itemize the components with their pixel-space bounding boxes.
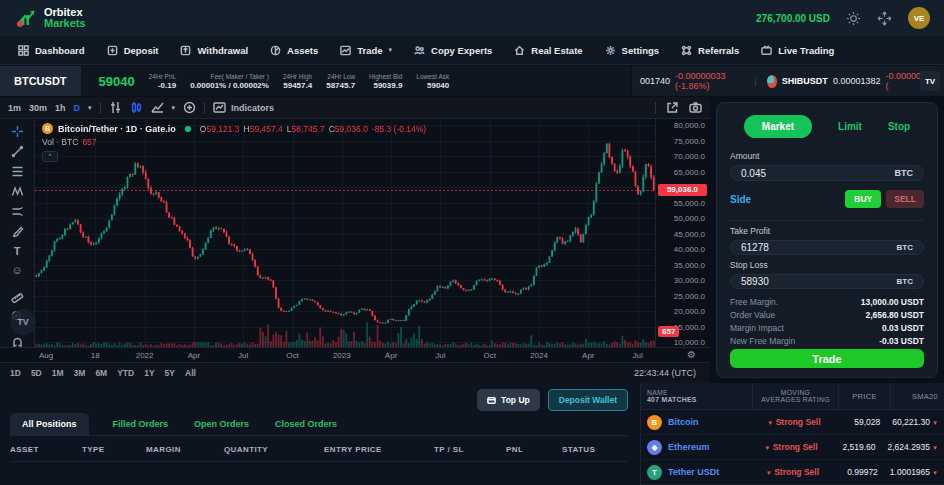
range-5d[interactable]: 5D (31, 368, 42, 378)
tab-filled-orders[interactable]: Filled Orders (111, 413, 171, 435)
withdrawal-icon (180, 45, 191, 56)
move-widgets-icon[interactable] (877, 11, 892, 26)
screener-row-bitcoin[interactable]: B Bitcoin ▼ Strong Sell 59,028 60,221.30… (641, 410, 944, 435)
nav-dashboard[interactable]: Dashboard (18, 45, 85, 56)
col-asset: ASSET (10, 445, 82, 454)
range-1y[interactable]: 1Y (144, 368, 154, 378)
projection-tool-icon[interactable] (9, 205, 25, 218)
nav-deposit[interactable]: Deposit (107, 45, 159, 56)
down-caret-icon: ▼ (932, 445, 938, 451)
toolbar-divider (204, 102, 205, 114)
tab-closed-orders[interactable]: Closed Orders (273, 413, 339, 435)
emoji-tool-icon[interactable]: ☺ (9, 264, 25, 276)
stop-loss-input[interactable] (741, 276, 897, 287)
axis-settings-gear-icon[interactable]: ⚙ (687, 349, 696, 360)
tab-open-orders[interactable]: Open Orders (192, 413, 251, 435)
add-symbol-icon[interactable] (183, 101, 196, 114)
chart-area: T ☺ B Bitcoin/Tether · 1D · Gate.io (0, 119, 710, 347)
range-1m[interactable]: 1M (52, 368, 64, 378)
tether-icon: T (647, 465, 662, 480)
nav-settings[interactable]: Settings (605, 45, 659, 56)
take-profit-input[interactable] (741, 242, 897, 253)
stat-label: Lowest Ask (416, 73, 449, 80)
tab-limit[interactable]: Limit (838, 121, 862, 132)
theme-toggle-icon[interactable] (846, 11, 861, 26)
toolbar-divider (100, 102, 101, 114)
style-chevron-icon[interactable]: ▾ (172, 104, 176, 112)
interval-chevron-icon[interactable]: ▾ (88, 104, 92, 112)
nav-withdrawal[interactable]: Withdrawal (180, 45, 248, 56)
fib-tool-icon[interactable] (9, 165, 25, 178)
down-caret-icon: ▼ (932, 470, 938, 476)
symbol-stats-strip: BTCUSDT 59040 24Hr PnL-0.19 Fee( Maker /… (0, 66, 630, 96)
amount-input[interactable] (741, 168, 895, 179)
price-axis-label: 65,000.0 (674, 168, 705, 177)
trendline-tool-icon[interactable] (9, 145, 25, 158)
nav-live-trading[interactable]: Live Trading (761, 45, 834, 56)
measure-tool-icon[interactable] (9, 290, 25, 303)
sell-button[interactable]: SELL (886, 190, 924, 208)
nav-real-estate[interactable]: Real Estate (514, 45, 582, 56)
text-tool-icon[interactable]: T (9, 245, 25, 257)
symbol-name[interactable]: BTCUSDT (0, 66, 81, 96)
top-up-icon (487, 396, 496, 405)
share-chart-icon[interactable] (666, 101, 679, 114)
positions-panel: Top Up Deposit Wallet All Positions Fill… (0, 383, 640, 485)
nav-label: Dashboard (35, 45, 85, 56)
col-entry-price: ENTRY PRICE (324, 445, 434, 454)
range-5y[interactable]: 5Y (165, 368, 175, 378)
brush-tool-icon[interactable] (9, 225, 25, 238)
tape-symbol[interactable]: SHIBUSDT (782, 76, 828, 86)
take-profit-label: Take Profit (730, 226, 924, 236)
top-header: Orbitex Markets 276,700.00 USD (0, 0, 944, 36)
range-ytd[interactable]: YTD (117, 368, 134, 378)
tab-market[interactable]: Market (744, 115, 812, 138)
interval-1d[interactable]: D (74, 103, 81, 113)
stat-label: 24Hr Low (326, 73, 355, 80)
take-profit-unit: BTC (897, 243, 913, 252)
interval-1h[interactable]: 1h (55, 103, 66, 113)
candles-style-icon[interactable] (130, 101, 143, 114)
screenshot-camera-icon[interactable] (689, 101, 702, 114)
xabcd-pattern-tool-icon[interactable] (9, 185, 25, 198)
top-up-button[interactable]: Top Up (477, 389, 540, 411)
screener-header: NAME 407 MATCHES MOVING AVERAGES RATING … (641, 383, 944, 410)
time-axis[interactable]: ⚙ Aug182022AprJulOct2023AprJulOct2024Apr… (0, 347, 710, 362)
user-avatar[interactable]: VE (908, 7, 930, 29)
price-axis[interactable]: 59,036.0 657 80,000.075,000.070,000.065,… (655, 119, 710, 347)
bitcoin-icon: B (647, 415, 662, 430)
tradingview-watermark[interactable]: TV (10, 309, 36, 335)
tab-stop[interactable]: Stop (888, 121, 910, 132)
area-style-icon[interactable] (151, 101, 164, 114)
interval-30m[interactable]: 30m (29, 103, 47, 113)
indicators-button[interactable]: Indicators (213, 101, 274, 114)
tab-all-positions[interactable]: All Positions (10, 413, 89, 435)
screener-row-tether[interactable]: T Tether USDt ▼ Strong Sell 0.99972 1.00… (641, 460, 944, 485)
legend-collapse-button[interactable]: ⌃ (42, 151, 58, 162)
brand-logo[interactable]: Orbitex Markets (14, 6, 86, 30)
range-1d[interactable]: 1D (10, 368, 21, 378)
nav-referrals[interactable]: Referrals (681, 45, 739, 56)
trade-panel: Market Limit Stop Amount BTC Side BUY SE… (710, 97, 944, 383)
tradingview-logo[interactable]: TV (920, 71, 940, 91)
price-axis-label: 40,000.0 (674, 245, 705, 254)
nav-copy-experts[interactable]: Copy Experts (414, 45, 492, 56)
nav-trade[interactable]: Trade ▾ (340, 45, 392, 56)
utc-clock[interactable]: 22:43:44 (UTC) (634, 368, 700, 378)
coin-sma: 2,624.2935▼ (882, 442, 944, 452)
range-3m[interactable]: 3M (74, 368, 86, 378)
buy-button[interactable]: BUY (845, 190, 881, 208)
trade-button[interactable]: Trade (730, 349, 924, 368)
range-all[interactable]: All (185, 368, 196, 378)
live-trading-icon (761, 45, 772, 56)
screener-row-ethereum[interactable]: ◆ Ethereum ▼ Strong Sell 2,519.60 2,624.… (641, 435, 944, 460)
stat-label: Highest Bid (369, 73, 402, 80)
screener-col-rating-2: AVERAGES RATING (761, 396, 829, 403)
deposit-wallet-button[interactable]: Deposit Wallet (548, 389, 628, 411)
range-6m[interactable]: 6M (95, 368, 107, 378)
positions-table-header: ASSET TYPE MARGIN QUANTITY ENTRY PRICE T… (10, 445, 628, 462)
compare-sliders-icon[interactable] (109, 101, 122, 114)
nav-assets[interactable]: Assets (270, 45, 318, 56)
interval-1m[interactable]: 1m (8, 103, 21, 113)
crosshair-tool-icon[interactable] (9, 125, 25, 138)
